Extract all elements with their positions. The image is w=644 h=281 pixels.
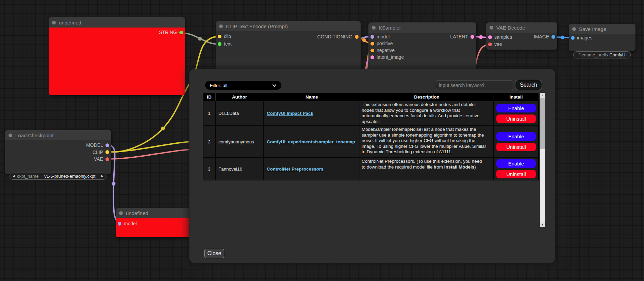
search-button[interactable]: Search — [515, 80, 542, 90]
uninstall-button[interactable]: Uninstall — [496, 115, 536, 123]
node-title-text: CLIP Text Encode (Prompt) — [226, 23, 288, 29]
node-collapse-dot[interactable] — [119, 211, 123, 215]
model-input-pin[interactable] — [370, 35, 374, 39]
vae-input-pin[interactable] — [488, 42, 492, 46]
table-row: 2comfyanonymousComfyUI_experiments/sampl… — [203, 126, 539, 158]
clip-input-pin[interactable] — [218, 35, 221, 38]
node-save-image[interactable]: Save Imageimagesfilename_prefixComfyUI — [569, 24, 635, 51]
slot-label: samples — [494, 34, 512, 40]
cell-description: ModelSamplerTonemapNoiseTest a node that… — [360, 126, 494, 158]
column-header-author: Author — [215, 93, 264, 101]
CLIP-output-pin[interactable] — [105, 150, 109, 154]
node-collapse-dot[interactable] — [9, 134, 12, 137]
node-collapse-dot[interactable] — [219, 24, 223, 28]
slot-label: model — [124, 221, 137, 226]
extension-link[interactable]: ComfyUI_experiments/sampler_tonemap — [267, 139, 355, 144]
slot-label: clip — [224, 34, 231, 39]
node-graph-canvas[interactable]: undefinedSTRINGCLIP Text Encode (Prompt)… — [0, 0, 644, 281]
link-midpoint-dot — [561, 36, 565, 39]
filter-dropdown-label: Filter: all — [210, 83, 227, 88]
input-slot-text: text — [218, 40, 232, 47]
cell-author: Fannovel16 — [215, 158, 264, 180]
uninstall-button[interactable]: Uninstall — [496, 143, 536, 151]
node-undefined-string[interactable]: undefinedSTRING — [49, 17, 185, 95]
enable-button[interactable]: Enable — [496, 159, 536, 168]
cell-install: EnableUninstall — [494, 101, 539, 126]
slot-label: MODEL — [86, 142, 103, 148]
enable-button[interactable]: Enable — [496, 104, 536, 112]
filter-dropdown[interactable]: Filter: all — [205, 81, 281, 90]
left-arrow-icon[interactable]: ◀ — [13, 175, 15, 178]
search-input[interactable] — [436, 81, 513, 90]
samples-input-pin[interactable] — [488, 35, 492, 39]
images-input-pin[interactable] — [571, 36, 575, 40]
input-slot-positive: positive — [370, 40, 393, 47]
node-title-bar: Save Image — [569, 24, 635, 34]
canvas-axis-horizontal — [0, 268, 189, 268]
chevron-down-icon — [272, 84, 277, 87]
widget-name: filename_prefix — [578, 52, 608, 57]
output-slot-MODEL: MODEL — [86, 142, 109, 148]
slot-label: LATENT — [450, 34, 468, 39]
model-input-pin[interactable] — [118, 222, 121, 226]
IMAGE-output-pin[interactable] — [551, 35, 555, 39]
link-midpoint-dot — [112, 182, 116, 186]
node-title-text: undefined — [59, 20, 81, 25]
node-collapse-dot[interactable] — [572, 27, 576, 31]
node-body: MODELCLIPVAE◀ckpt_namev1-5-pruned-emaonl… — [5, 140, 111, 174]
positive-input-pin[interactable] — [370, 42, 374, 46]
extension-link[interactable]: ComfyUI Impact Pack — [267, 111, 313, 116]
node-ksampler[interactable]: KSamplermodelpositivenegativelatent_imag… — [368, 22, 476, 72]
node-clip-text-encode[interactable]: CLIP Text Encode (Prompt)cliptextCONDITI… — [216, 21, 361, 72]
node-undefined-model[interactable]: undefinedmodel — [116, 208, 192, 237]
scroll-down-icon[interactable]: ▼ — [540, 222, 545, 227]
input-slot-images: images — [571, 34, 592, 41]
extension-link[interactable]: ControlNet Preprocessors — [267, 166, 324, 172]
CONDITIONING-output-pin[interactable] — [355, 35, 359, 39]
slot-label: CONDITIONING — [317, 34, 352, 39]
LATENT-output-pin[interactable] — [470, 35, 474, 39]
scroll-up-icon[interactable]: ▲ — [540, 93, 545, 98]
input-slot-latent_image: latent_image — [370, 54, 404, 60]
node-collapse-dot[interactable] — [372, 26, 376, 30]
install-actions: EnableUninstall — [494, 132, 538, 151]
VAE-output-pin[interactable] — [105, 157, 109, 161]
enable-button[interactable]: Enable — [496, 132, 536, 141]
table-header-row: IDAuthorNameDescriptionInstall — [203, 93, 539, 101]
scrollbar-thumb[interactable] — [540, 98, 545, 149]
node-title-text: undefined — [126, 210, 148, 216]
widget-filename_prefix[interactable]: filename_prefixComfyUI — [573, 51, 631, 58]
right-arrow-icon[interactable]: ▶ — [101, 175, 103, 178]
node-vae-decode[interactable]: VAE DecodesamplesvaeIMAGE — [486, 22, 557, 50]
widget-ckpt_name[interactable]: ◀ckpt_namev1-5-pruned-emaonly.ckpt▶ — [10, 173, 106, 180]
slot-label: positive — [377, 41, 393, 46]
node-title-bar: Load Checkpoint — [5, 130, 111, 140]
node-title-text: KSampler — [379, 25, 401, 31]
link-midpoint-dot — [479, 35, 483, 39]
column-header-id: ID — [203, 93, 215, 101]
node-load-checkpoint[interactable]: Load CheckpointMODELCLIPVAE◀ckpt_namev1-… — [5, 130, 111, 174]
install-custom-nodes-dialog: Filter: all Search IDAuthorNameDescripti… — [189, 69, 555, 263]
node-collapse-dot[interactable] — [52, 21, 56, 24]
output-slot-CLIP: CLIP — [93, 149, 109, 156]
slot-label: text — [224, 41, 232, 47]
STRING-output-pin[interactable] — [179, 31, 183, 34]
output-slot-CONDITIONING: CONDITIONING — [317, 33, 359, 40]
install-actions: EnableUninstall — [494, 159, 538, 178]
node-collapse-dot[interactable] — [490, 26, 493, 30]
cell-name: ComfyUI Impact Pack — [264, 101, 360, 126]
MODEL-output-pin[interactable] — [105, 143, 109, 147]
extensions-table-container: IDAuthorNameDescriptionInstall 1Dr.Lt.Da… — [203, 93, 538, 180]
output-slot-STRING: STRING — [159, 29, 183, 36]
input-slot-negative: negative — [370, 47, 395, 54]
node-title-bar: CLIP Text Encode (Prompt) — [216, 21, 361, 31]
cell-author: comfyanonymous — [215, 126, 264, 158]
close-button[interactable]: Close — [204, 249, 224, 258]
latent_image-input-pin[interactable] — [370, 55, 374, 59]
uninstall-button[interactable]: Uninstall — [496, 170, 536, 178]
text-input-pin[interactable] — [218, 42, 221, 46]
column-header-description: Description — [360, 93, 494, 101]
negative-input-pin[interactable] — [370, 49, 374, 52]
node-title-bar: undefined — [116, 208, 192, 218]
table-scrollbar[interactable]: ▲ ▼ — [540, 93, 545, 227]
